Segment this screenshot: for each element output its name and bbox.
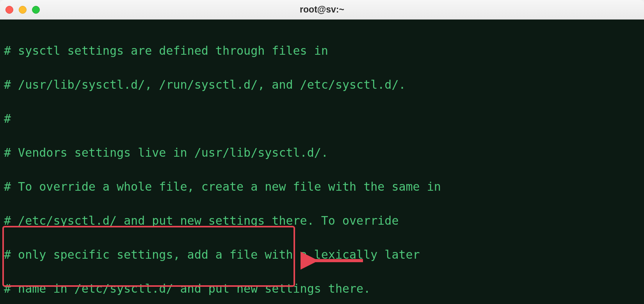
terminal-line: # /usr/lib/sysctl.d/, /run/sysctl.d/, an… (4, 76, 640, 93)
maximize-button[interactable] (32, 6, 40, 14)
close-button[interactable] (5, 6, 13, 14)
terminal-line: # Vendors settings live in /usr/lib/sysc… (4, 144, 640, 161)
traffic-lights (5, 6, 40, 14)
minimize-button[interactable] (19, 6, 27, 14)
terminal-window: root@sv:~ # sysctl settings are defined … (0, 0, 644, 304)
window-title: root@sv:~ (300, 4, 344, 15)
titlebar: root@sv:~ (0, 0, 644, 20)
terminal-line: # (4, 110, 640, 127)
terminal-line: # /etc/sysctl.d/ and put new settings th… (4, 212, 640, 229)
terminal-line: # only specific settings, add a file wit… (4, 246, 640, 263)
terminal-line: # name in /etc/sysctl.d/ and put new set… (4, 280, 640, 297)
terminal-line: # To override a whole file, create a new… (4, 178, 640, 195)
terminal-line: # sysctl settings are defined through fi… (4, 42, 640, 59)
terminal-body[interactable]: # sysctl settings are defined through fi… (0, 20, 644, 304)
